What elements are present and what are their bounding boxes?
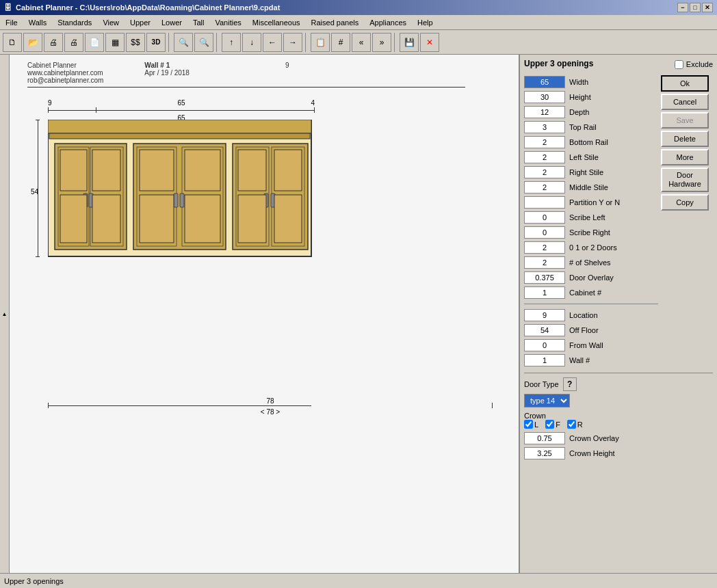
field-label-width: Width [569, 78, 588, 86]
toolbar-print[interactable]: 🖨 [44, 33, 63, 52]
crown-l: L [524, 420, 538, 429]
maximize-button[interactable]: □ [690, 3, 701, 12]
more-button[interactable]: More [661, 149, 709, 165]
field-input-partition-y-or-n[interactable] [524, 196, 565, 209]
toolbar-cancel[interactable]: ✕ [420, 33, 439, 52]
field-input-bottom-rail[interactable] [524, 136, 565, 148]
door-hardware-button[interactable]: DoorHardware [661, 168, 709, 192]
toolbar-dollar[interactable]: $$ [126, 33, 145, 52]
menu-item-walls[interactable]: Walls [23, 17, 52, 28]
field-label-right-stile: Right Stile [569, 168, 603, 176]
close-button[interactable]: ✕ [702, 3, 713, 12]
company-email: rob@cabinetplanner.com [27, 77, 103, 84]
field-label-scribe-right: Scribe Right [569, 228, 610, 237]
crown-height-input[interactable] [524, 447, 565, 459]
location-input-wall-#[interactable] [524, 354, 565, 366]
ok-button[interactable]: Ok [661, 75, 709, 92]
crown-l-label: L [534, 420, 538, 429]
wall-label: Wall # 1 [144, 62, 190, 69]
app-icon: 🗄 [4, 3, 12, 12]
titlebar: 🗄 Cabinet Planner - C:\Users\rob\AppData… [0, 0, 717, 15]
svg-rect-18 [140, 195, 174, 243]
toolbar-zoom-in[interactable]: 🔍 [174, 33, 193, 52]
field-input-scribe-right[interactable] [524, 226, 565, 239]
menu-item-miscellaneous[interactable]: Miscellaneous [247, 17, 306, 28]
crown-height-row: Crown Height [524, 446, 713, 460]
toolbar-copy[interactable]: 📋 [311, 33, 330, 52]
crown-section: Crown L F R [524, 412, 713, 460]
toolbar-up[interactable]: ↑ [222, 33, 241, 52]
toolbar-3d[interactable]: 3D [146, 33, 166, 52]
toolbar-prev[interactable]: « [352, 33, 371, 52]
scroll-indicator[interactable]: ▲ [0, 55, 10, 573]
crown-l-check[interactable] [524, 420, 533, 429]
field-input-door-overlay[interactable] [524, 271, 565, 284]
menu-item-view[interactable]: View [97, 17, 125, 28]
crown-f-check[interactable] [545, 420, 554, 429]
toolbar-down[interactable]: ↓ [242, 33, 261, 52]
copy-button[interactable]: Copy [661, 194, 709, 211]
location-input-location[interactable] [524, 309, 565, 321]
minimize-button[interactable]: − [677, 3, 688, 12]
toolbar-hash[interactable]: # [331, 33, 350, 52]
canvas-area[interactable]: ▲ Cabinet Planner www.cabinetplanner.com… [0, 55, 519, 573]
toolbar-sep1 [168, 33, 171, 52]
menu-item-tall[interactable]: Tall [187, 17, 210, 28]
toolbar-table[interactable]: ▦ [105, 33, 125, 52]
toolbar-sep2 [216, 33, 219, 52]
field-input-middle-stile[interactable] [524, 181, 565, 193]
menu-item-standards[interactable]: Standards [52, 17, 97, 28]
field-input-right-stile[interactable] [524, 166, 565, 178]
field-label-left-stile: Left Stile [569, 153, 599, 161]
menu-item-raised-panels[interactable]: Raised panels [306, 17, 365, 28]
field-input-#-of-shelves[interactable] [524, 256, 565, 269]
delete-button[interactable]: Delete [661, 131, 709, 147]
toolbar-right[interactable]: → [283, 33, 302, 52]
crown-height-label: Crown Height [569, 449, 615, 457]
menu-item-appliances[interactable]: Appliances [364, 17, 412, 28]
crown-f: F [545, 420, 560, 429]
field-input-width[interactable] [524, 76, 565, 88]
toolbar-next[interactable]: » [372, 33, 391, 52]
field-row-8: Partition Y or N [524, 196, 658, 209]
cancel-button[interactable]: Cancel [661, 94, 709, 110]
menu-item-file[interactable]: File [0, 17, 23, 28]
svg-rect-2 [49, 133, 310, 139]
field-label-middle-stile: Middle Stile [569, 183, 608, 191]
field-input-depth[interactable] [524, 106, 565, 118]
toolbar-sep3 [305, 33, 308, 52]
crown-f-label: F [556, 420, 560, 429]
toolbar-save[interactable]: 💾 [400, 33, 419, 52]
toolbar-open[interactable]: 📂 [23, 33, 42, 52]
field-row-2: Depth [524, 105, 658, 119]
toolbar-new[interactable]: 🗋 [3, 33, 22, 52]
toolbar-left[interactable]: ← [263, 33, 282, 52]
field-input-0-1-or-2-doors[interactable] [524, 241, 565, 254]
location-input-from-wall[interactable] [524, 339, 565, 351]
menu-item-vanities[interactable]: Vanities [209, 17, 246, 28]
dim-top-left: 9 [48, 99, 52, 107]
field-input-left-stile[interactable] [524, 151, 565, 163]
field-label-top-rail: Top Rail [569, 123, 597, 131]
door-type-help-button[interactable]: ? [563, 377, 577, 391]
menu-item-help[interactable]: Help [412, 17, 439, 28]
menu-item-lower[interactable]: Lower [156, 17, 187, 28]
location-input-off-floor[interactable] [524, 324, 565, 336]
location-row-3: Wall # [524, 353, 658, 367]
field-input-height[interactable] [524, 91, 565, 103]
dim-bottom-label: < 78 > [261, 408, 280, 416]
save-button[interactable]: Save [661, 112, 709, 129]
crown-overlay-input[interactable] [524, 432, 565, 444]
toolbar-print2[interactable]: 🖨 [64, 33, 83, 52]
field-input-scribe-left[interactable] [524, 211, 565, 224]
crown-r-check[interactable] [567, 420, 576, 429]
menu-item-upper[interactable]: Upper [125, 17, 156, 28]
toolbar-zoom-out[interactable]: 🔍 [194, 33, 213, 52]
field-input-top-rail[interactable] [524, 121, 565, 133]
door-type-select[interactable]: type 14 [524, 394, 570, 407]
field-input-cabinet-#[interactable] [524, 286, 565, 299]
field-label-bottom-rail: Bottom Rail [569, 138, 608, 146]
toolbar-doc[interactable]: 📄 [85, 33, 104, 52]
field-row-6: Right Stile [524, 165, 658, 179]
exclude-checkbox[interactable] [675, 60, 683, 69]
